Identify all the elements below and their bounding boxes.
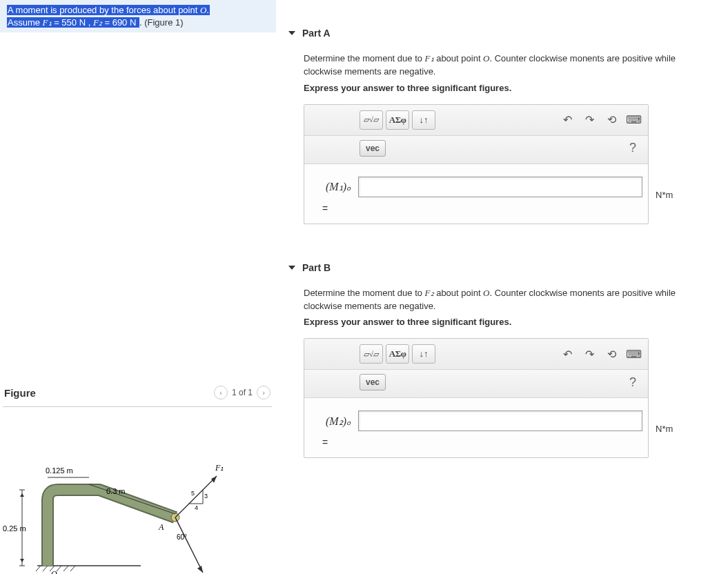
part-b-toolbar-1: ▱√▱ ΑΣφ ↓↑ ↶ ↷ ⟲ ⌨ xyxy=(304,339,648,370)
o-ref: O xyxy=(483,288,489,298)
f1-label: F₁ xyxy=(215,463,224,473)
undo-button[interactable]: ↶ xyxy=(560,112,575,128)
part-b-body: Determine the moment due to F₂ about poi… xyxy=(283,287,697,459)
figure-pager: ‹ 1 of 1 › xyxy=(214,386,270,399)
left-column: A moment is produced by the forces about… xyxy=(0,0,276,32)
part-b-header[interactable]: Part B xyxy=(283,262,697,273)
txt: N xyxy=(130,17,136,28)
f2-symbol: F₂ xyxy=(93,17,102,28)
txt: A moment is produced by the forces about… xyxy=(8,5,200,15)
o-ref: O xyxy=(483,53,489,63)
txt: . xyxy=(206,5,209,15)
arrows-icon: ↓↑ xyxy=(420,348,429,359)
txt: Assume xyxy=(8,17,43,28)
part-b-instructions: Determine the moment due to F₂ about poi… xyxy=(304,287,697,313)
vec-button[interactable]: vec xyxy=(360,140,386,157)
keyboard-button[interactable]: ⌨ xyxy=(626,346,641,362)
part-a-answer-box: ▱√▱ ΑΣφ ↓↑ ↶ ↷ ⟲ ⌨ vec ? xyxy=(304,104,649,224)
part-b-toolbar-2: vec ? xyxy=(304,370,648,398)
part-b-bold: Express your answer to three significant… xyxy=(304,317,697,327)
greek-button[interactable]: ΑΣφ xyxy=(386,110,409,130)
keyboard-button[interactable]: ⌨ xyxy=(626,112,641,128)
template-button[interactable]: ▱√▱ xyxy=(360,344,383,364)
ratio-4: 4 xyxy=(195,504,198,511)
problem-statement: A moment is produced by the forces about… xyxy=(0,0,276,32)
part-b-equals: = xyxy=(304,435,648,457)
greek-icon: ΑΣφ xyxy=(389,115,406,126)
part-a-equals: = xyxy=(304,201,648,224)
svg-line-1 xyxy=(36,566,41,571)
figure-header: Figure ‹ 1 of 1 › xyxy=(3,383,272,407)
point-a-label: A xyxy=(158,522,164,532)
pager-text: 1 of 1 xyxy=(232,388,253,397)
svg-marker-17 xyxy=(197,566,203,573)
right-column: Part A Determine the moment due to F₁ ab… xyxy=(283,28,697,496)
f2-ref: F₂ xyxy=(425,288,434,298)
txt: = 550 xyxy=(52,17,79,28)
txt: Determine the moment due to xyxy=(304,288,425,298)
part-b-block: Part B Determine the moment due to F₂ ab… xyxy=(283,262,697,459)
f1-ref: F₁ xyxy=(425,53,434,63)
help-icon: ? xyxy=(629,375,636,389)
f1-symbol: F₁ xyxy=(43,17,52,28)
caret-down-icon xyxy=(288,266,295,270)
template-button[interactable]: ▱√▱ xyxy=(360,110,383,130)
undo-button[interactable]: ↶ xyxy=(560,346,575,362)
reset-button[interactable]: ⟲ xyxy=(604,346,619,362)
svg-line-12 xyxy=(89,484,175,514)
part-a-bold: Express your answer to three significant… xyxy=(304,83,697,93)
pager-next-button[interactable]: › xyxy=(257,386,270,399)
txt: about point xyxy=(434,53,484,63)
part-b-title: Part B xyxy=(302,262,331,273)
help-button[interactable]: ? xyxy=(624,141,641,155)
redo-button[interactable]: ↷ xyxy=(582,346,597,362)
caret-down-icon xyxy=(288,31,295,35)
arrows-icon: ↓↑ xyxy=(420,115,429,126)
part-a-body: Determine the moment due to F₁ about poi… xyxy=(283,52,697,224)
dim-0125m: 0.125 m xyxy=(46,466,73,475)
part-a-toolbar-1: ▱√▱ ΑΣφ ↓↑ ↶ ↷ ⟲ ⌨ xyxy=(304,105,648,136)
template-icon: ▱√▱ xyxy=(364,115,379,124)
part-b-answer-label: (M₂)ₒ xyxy=(310,415,351,428)
point-o-label: O xyxy=(51,569,57,574)
help-icon: ? xyxy=(629,141,636,155)
dim-03m: 0.3 m xyxy=(106,487,126,495)
subscript-button[interactable]: ↓↑ xyxy=(412,110,435,130)
txt: , xyxy=(86,17,93,28)
template-icon: ▱√▱ xyxy=(364,350,379,359)
svg-marker-14 xyxy=(211,476,217,483)
figure-panel: Figure ‹ 1 of 1 › 0.25 m 0.125 m 0.3 m xyxy=(3,383,272,574)
part-a-answer-input[interactable] xyxy=(358,177,642,197)
part-a-answer-row: (M₁)ₒ xyxy=(304,164,648,201)
subscript-button[interactable]: ↓↑ xyxy=(412,344,435,364)
part-a-unit: N*m xyxy=(656,190,673,200)
part-a-header[interactable]: Part A xyxy=(283,28,697,39)
figure-diagram: 0.25 m 0.125 m 0.3 m F₁ 5 3 4 F₂ 60° A O xyxy=(3,428,251,574)
help-button[interactable]: ? xyxy=(624,375,641,390)
svg-line-2 xyxy=(43,566,48,571)
problem-line1: A moment is produced by the forces about… xyxy=(7,5,210,15)
part-a-toolbar-2: vec ? xyxy=(304,136,648,164)
svg-line-5 xyxy=(63,566,68,571)
redo-button[interactable]: ↷ xyxy=(582,112,597,128)
angle-60: 60° xyxy=(177,533,187,541)
part-b-answer-row: (M₂)ₒ xyxy=(304,398,648,435)
dim-025m: 0.25 m xyxy=(3,524,26,533)
part-a-instructions: Determine the moment due to F₁ about poi… xyxy=(304,52,697,79)
pager-prev-button[interactable]: ‹ xyxy=(214,386,228,399)
ratio-3: 3 xyxy=(204,493,208,499)
greek-icon: ΑΣφ xyxy=(389,348,406,359)
part-b-answer-box: ▱√▱ ΑΣφ ↓↑ ↶ ↷ ⟲ ⌨ vec ? xyxy=(304,338,649,458)
vec-label: vec xyxy=(366,144,380,153)
part-a-answer-label: (M₁)ₒ xyxy=(310,180,351,193)
greek-button[interactable]: ΑΣφ xyxy=(386,344,409,364)
figure-title: Figure xyxy=(4,387,36,399)
vec-button[interactable]: vec xyxy=(360,374,386,390)
vec-label: vec xyxy=(366,377,380,387)
part-b-answer-input[interactable] xyxy=(358,410,642,431)
txt: about point xyxy=(434,288,484,298)
figure-ref: . (Figure 1) xyxy=(139,17,184,28)
reset-button[interactable]: ⟲ xyxy=(604,112,619,128)
txt: = 690 xyxy=(102,17,130,28)
part-b-unit: N*m xyxy=(656,424,673,434)
